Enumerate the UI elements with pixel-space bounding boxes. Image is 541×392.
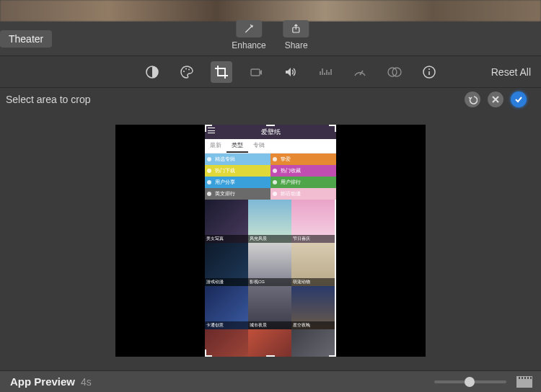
phone-categories: 精选专辑挚爱热门下载热门收藏用户分享用户排行英文排行韩语动漫: [205, 153, 336, 200]
theater-button[interactable]: Theater: [0, 30, 52, 48]
crop-handle[interactable]: [335, 125, 336, 132]
phone-tab: 最新: [205, 139, 226, 153]
phone-category: 精选专辑: [205, 153, 270, 165]
phone-tile: 星空夜晚: [291, 286, 335, 329]
phone-tile: 萌宠动物: [291, 243, 335, 286]
share-label: Share: [285, 40, 308, 50]
video-frame[interactable]: 爱壁纸 最新类型专辑 精选专辑挚爱热门下载热门收藏用户分享用户排行英文排行韩语动…: [115, 125, 426, 357]
speed-icon[interactable]: [349, 61, 371, 83]
phone-category: 热门收藏: [270, 165, 336, 177]
phone-category: 挚爱: [270, 153, 336, 165]
magic-wand-icon: [236, 20, 262, 37]
playhead-time: 4s: [81, 376, 92, 388]
crop-handle[interactable]: [205, 125, 206, 132]
phone-tile: 风光风景: [248, 200, 291, 243]
cancel-icon[interactable]: [488, 92, 503, 107]
info-icon[interactable]: [418, 61, 440, 83]
noise-reduction-icon[interactable]: [315, 61, 336, 83]
phone-tile: 美女写真: [205, 200, 248, 243]
phone-grid: 美女写真风光风景节日喜庆游戏动漫影视CG萌宠动物卡通创意城市夜景星空夜晚: [205, 200, 336, 357]
phone-tabs: 最新类型专辑: [205, 139, 336, 153]
stabilize-icon[interactable]: [245, 61, 267, 83]
svg-point-9: [428, 68, 430, 70]
crop-handle[interactable]: [266, 125, 275, 126]
volume-icon[interactable]: [280, 61, 302, 83]
phone-category: 英文排行: [205, 188, 270, 200]
crop-icon[interactable]: [211, 61, 232, 83]
adjustments-toolbar: Reset All: [0, 56, 541, 88]
color-palette-icon[interactable]: [176, 61, 198, 83]
svg-rect-5: [251, 69, 260, 76]
svg-point-2: [183, 71, 185, 72]
phone-tile: [205, 329, 248, 357]
enhance-label: Enhance: [232, 40, 265, 50]
clips-view-icon[interactable]: [516, 376, 532, 388]
phone-screen-content: 爱壁纸 最新类型专辑 精选专辑挚爱热门下载热门收藏用户分享用户排行英文排行韩语动…: [205, 125, 336, 357]
reset-all-button[interactable]: Reset All: [491, 66, 531, 78]
phone-category: 热门下载: [205, 165, 270, 177]
phone-tile: 城市夜景: [248, 286, 291, 329]
phone-tile: 影视CG: [248, 243, 291, 286]
phone-tab: 类型: [226, 139, 248, 153]
phone-category: 用户分享: [205, 177, 270, 188]
crop-handle[interactable]: [266, 355, 275, 357]
preview-area: 爱壁纸 最新类型专辑 精选专辑挚爱热门下载热门收藏用户分享用户排行英文排行韩语动…: [0, 111, 541, 370]
phone-tile: [248, 329, 291, 357]
video-color-icon[interactable]: [384, 61, 405, 83]
share-icon: [283, 20, 309, 37]
phone-category: 韩语动漫: [270, 188, 336, 200]
timeline-bar: App Preview 4s: [0, 370, 541, 392]
zoom-slider[interactable]: [434, 380, 506, 383]
svg-point-3: [185, 68, 187, 69]
phone-tab: 专辑: [248, 139, 270, 153]
crop-handle[interactable]: [335, 349, 336, 357]
enhance-button[interactable]: Enhance: [232, 20, 265, 50]
project-title: App Preview: [10, 375, 75, 388]
svg-point-4: [188, 68, 190, 70]
desktop-background-sliver: [0, 0, 541, 22]
phone-category: 用户排行: [270, 177, 336, 188]
crop-handle[interactable]: [205, 349, 206, 357]
phone-tile: [291, 329, 335, 357]
confirm-icon[interactable]: [511, 92, 527, 107]
phone-app-header: 爱壁纸: [205, 125, 336, 139]
share-button[interactable]: Share: [283, 20, 309, 50]
phone-tile: 游戏动漫: [205, 243, 248, 286]
color-balance-icon[interactable]: [141, 61, 163, 83]
crop-subbar: Select area to crop: [0, 88, 541, 111]
top-toolbar: Theater Enhance Share: [0, 22, 541, 56]
crop-hint-label: Select area to crop: [6, 94, 91, 105]
hamburger-icon: [208, 128, 215, 133]
phone-tile: 节日喜庆: [291, 200, 335, 243]
undo-icon[interactable]: [465, 92, 480, 107]
phone-tile: 卡通创意: [205, 286, 248, 329]
